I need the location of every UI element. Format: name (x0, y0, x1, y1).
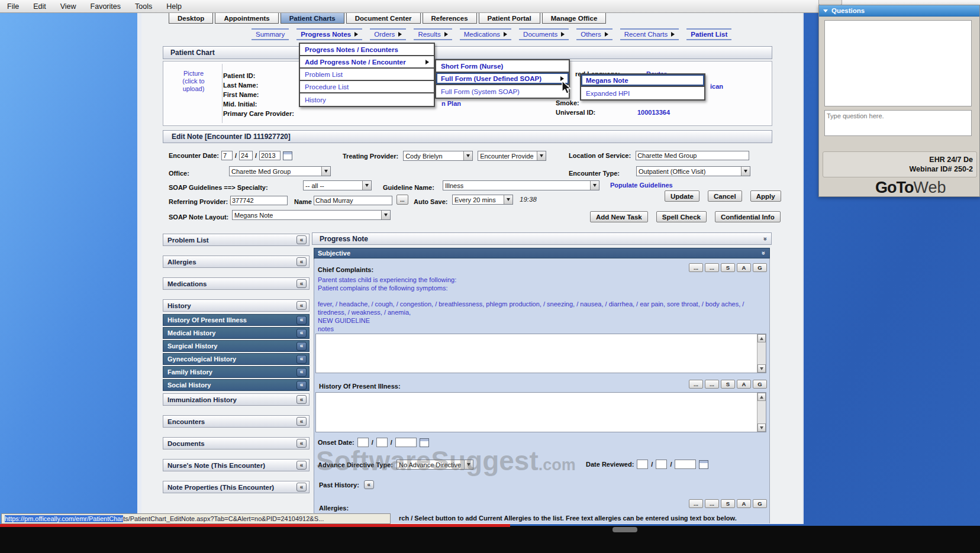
calendar-icon[interactable] (699, 460, 708, 469)
collapse-icon[interactable]: « (296, 257, 307, 266)
collapse-icon[interactable]: « (296, 355, 307, 364)
g-button[interactable]: G (753, 380, 767, 389)
nav-others[interactable]: Others (576, 28, 612, 40)
collapse-icon[interactable]: « (296, 417, 307, 426)
tab-patient-portal[interactable]: Patient Portal (479, 13, 540, 24)
menu-item-procedure-list[interactable]: Procedure List (300, 81, 434, 93)
collapse-icon[interactable]: « (296, 301, 307, 310)
tab-appointments[interactable]: Appointments (215, 13, 278, 24)
collapse-icon[interactable]: « (296, 439, 307, 448)
tab-document-center[interactable]: Document Center (346, 13, 421, 24)
auto-save-select[interactable]: Every 20 mins (452, 195, 513, 205)
encounter-type-select[interactable]: Outpatient (Office Visit) (636, 166, 750, 176)
scroll-down-icon[interactable] (757, 423, 766, 432)
collapse-icon[interactable]: « (296, 316, 307, 325)
g-button[interactable]: G (753, 499, 767, 508)
encounter-month-field[interactable] (221, 151, 233, 160)
sidebar-item-documents[interactable]: Documents« (163, 437, 310, 449)
nav-progress-notes[interactable]: Progress Notes (296, 28, 362, 40)
location-of-service-field[interactable] (636, 151, 749, 160)
menu-view[interactable]: View (60, 2, 76, 11)
soap-note-layout-select[interactable]: Megans Note (232, 210, 391, 220)
sidebar-item-immunization-history[interactable]: Immunization History« (163, 393, 310, 406)
sidebar-item-problem-list[interactable]: Problem List« (163, 234, 310, 246)
collapse-icon[interactable]: « (296, 235, 307, 244)
collapse-icon[interactable]: « (296, 279, 307, 288)
scroll-up-icon[interactable] (757, 393, 766, 401)
lookup-button[interactable]: ... (689, 380, 703, 389)
sidebar-item-note-properties[interactable]: Note Properties (This Encounter)« (163, 481, 310, 493)
lookup-button[interactable]: ... (689, 263, 703, 272)
tab-references[interactable]: References (423, 13, 477, 24)
collapse-icon[interactable]: « (364, 480, 374, 489)
scroll-down-icon[interactable] (757, 364, 766, 373)
confidential-info-button[interactable]: Confidential Info (715, 211, 781, 222)
lookup-button[interactable]: ... (705, 263, 719, 272)
collapse-icon[interactable]: « (296, 483, 307, 491)
sidebar-item-allergies[interactable]: Allergies« (163, 256, 310, 268)
menu-item-problem-list[interactable]: Problem List (300, 69, 434, 81)
symptoms-text[interactable]: fever, / headache, / cough, / congestion… (318, 300, 759, 316)
menu-file[interactable]: File (7, 2, 19, 11)
scrollbar[interactable] (757, 393, 766, 432)
dropdown-arrow-icon[interactable] (741, 167, 750, 176)
referring-provider-browse-button[interactable]: ... (396, 195, 408, 205)
menu-tools[interactable]: Tools (135, 2, 152, 11)
populate-guidelines-link[interactable]: Populate Guidelines (610, 182, 673, 189)
nav-results[interactable]: Results (414, 28, 452, 40)
onset-year-field[interactable] (395, 438, 417, 447)
collapse-icon[interactable]: « (296, 329, 307, 338)
advance-directive-select[interactable]: No Advance Directive (396, 460, 473, 470)
collapse-icon[interactable]: « (296, 395, 307, 404)
subjective-bar[interactable]: Subjective « (314, 248, 770, 258)
nav-medications[interactable]: Medications (460, 28, 511, 40)
onset-month-field[interactable] (357, 438, 369, 447)
sidebar-item-encounters[interactable]: Encounters« (163, 415, 310, 428)
encounter-provider-select[interactable]: Encounter Provide (478, 151, 546, 161)
collapse-icon[interactable]: « (296, 461, 307, 470)
encounter-day-field[interactable] (239, 151, 253, 160)
dropdown-arrow-icon[interactable] (537, 151, 546, 160)
menu-item-history[interactable]: History (300, 93, 434, 106)
nav-summary[interactable]: Summary (252, 28, 289, 40)
menu-help[interactable]: Help (166, 2, 182, 11)
menu-item-full-form-system-soap[interactable]: Full Form (System SOAP) (436, 85, 569, 98)
collapse-icon[interactable]: « (296, 342, 307, 351)
dropdown-arrow-icon[interactable] (464, 460, 473, 469)
spell-check-button[interactable]: Spell Check (656, 211, 707, 222)
menu-item-short-form-nurse[interactable]: Short Form (Nurse) (436, 60, 569, 73)
calendar-icon[interactable] (420, 438, 429, 447)
video-progress-bar[interactable] (0, 524, 510, 527)
sidebar-item-social-history[interactable]: Social History« (163, 379, 310, 391)
collapse-section-icon[interactable]: « (761, 237, 768, 240)
menu-item-full-form-user-defined-soap[interactable]: Full Form (User Defined SOAP) (436, 73, 569, 85)
menu-item-add-progress-note[interactable]: Add Progress Note / Encounter (300, 56, 434, 69)
referring-provider-id-field[interactable] (230, 196, 288, 205)
sidebar-item-medications[interactable]: Medications« (163, 277, 310, 290)
reviewed-month-field[interactable] (637, 460, 648, 469)
plan-link-fragment[interactable]: n Plan (441, 100, 461, 107)
specialty-select[interactable]: -- all -- (303, 180, 372, 190)
menu-favorites[interactable]: Favorites (91, 2, 121, 11)
sidebar-item-medical-history[interactable]: Medical History« (163, 327, 310, 339)
sidebar-item-nurses-note[interactable]: Nurse's Note (This Encounter)« (163, 459, 310, 471)
apply-button[interactable]: Apply (750, 190, 781, 202)
treating-provider-select[interactable]: Cody Brielyn (403, 151, 473, 161)
notes-link[interactable]: notes (318, 325, 334, 332)
chief-complaints-textarea[interactable] (315, 334, 766, 373)
s-button[interactable]: S (721, 263, 735, 272)
tab-patient-charts[interactable]: Patient Charts (281, 13, 344, 24)
nav-documents[interactable]: Documents (519, 28, 569, 40)
sidebar-item-gynecological-history[interactable]: Gynecological History« (163, 353, 310, 365)
sidebar-item-history[interactable]: History« (163, 299, 310, 312)
a-button[interactable]: A (737, 263, 751, 272)
office-select[interactable]: Charette Med Group (229, 166, 331, 176)
dropdown-arrow-icon[interactable] (381, 211, 390, 219)
question-input[interactable] (824, 110, 972, 136)
calendar-icon[interactable] (283, 151, 292, 160)
reviewed-year-field[interactable] (675, 460, 696, 469)
video-scrubber-handle[interactable] (612, 527, 637, 532)
update-button[interactable]: Update (665, 190, 699, 202)
picture-upload-link[interactable]: Picture (click to upload) (168, 70, 219, 93)
referring-provider-name-field[interactable] (314, 196, 392, 205)
